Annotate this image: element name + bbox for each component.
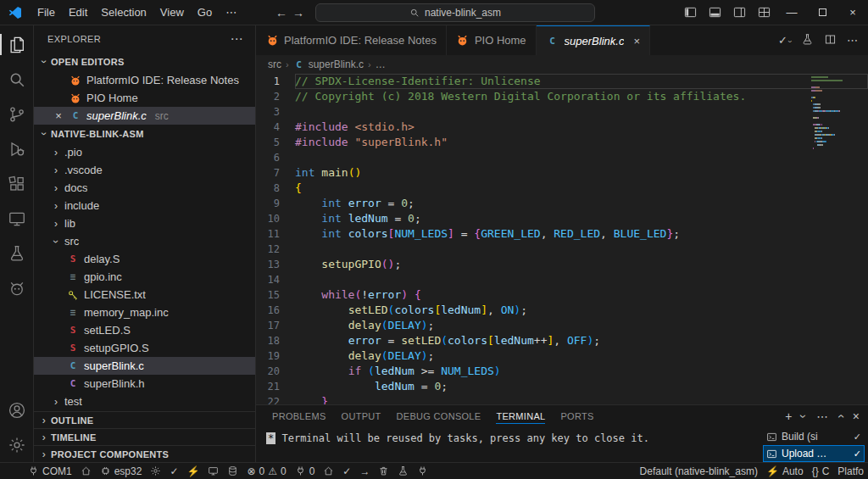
sidebar-more-icon[interactable]: ⋯	[231, 31, 243, 47]
tree-folder-test[interactable]: ›test	[34, 393, 255, 410]
tree-file-delay-s[interactable]: Sdelay.S	[34, 250, 255, 268]
code-line-19[interactable]: 19 delay(DELAY);	[256, 348, 868, 364]
activity-accounts[interactable]	[0, 393, 34, 427]
line-number[interactable]: 6	[256, 150, 295, 165]
code-line-4[interactable]: 4#include <stdio.h>	[256, 120, 868, 135]
code-line-6[interactable]: 6	[256, 150, 868, 165]
minimize-button[interactable]: —	[776, 0, 807, 25]
section-project-components[interactable]: ›PROJECT COMPONENTS	[34, 445, 255, 462]
panel-tab-debug-console[interactable]: DEBUG CONSOLE	[397, 405, 481, 426]
section-timeline[interactable]: ›TIMELINE	[34, 428, 255, 445]
status-flash-method[interactable]: ⚡Auto	[762, 463, 808, 479]
line-number[interactable]: 12	[256, 242, 295, 257]
close-editor-icon[interactable]: ×	[53, 109, 64, 122]
tree-folder-include[interactable]: ›include	[34, 197, 255, 214]
status-serial-monitor-count[interactable]: 0	[291, 463, 320, 479]
status-pio-upload[interactable]: →	[355, 463, 374, 479]
status-problems[interactable]: ⊗0⚠0	[242, 463, 290, 479]
run-tasks-button[interactable]: ✓›	[778, 34, 791, 47]
line-number[interactable]: 11	[256, 226, 295, 242]
tab-pio-home[interactable]: PIO Home	[447, 25, 537, 55]
menu-go[interactable]: Go	[191, 0, 219, 25]
line-number[interactable]: 5	[256, 135, 295, 150]
beaker-button[interactable]	[801, 33, 814, 48]
panel-more-button[interactable]: ⋯	[816, 409, 828, 423]
line-number[interactable]: 4	[256, 120, 295, 135]
status-esp-build[interactable]: ✓	[165, 463, 182, 479]
section-outline[interactable]: ›OUTLINE	[34, 411, 255, 428]
code-line-20[interactable]: 20 if (ledNum >= NUM_LEDS)	[256, 364, 868, 379]
activity-remote-explorer[interactable]	[0, 201, 34, 236]
activity-settings[interactable]	[0, 427, 34, 462]
line-number[interactable]: 9	[256, 196, 295, 211]
line-number[interactable]: 20	[256, 364, 295, 379]
menu-item[interactable]: ⋯	[219, 0, 243, 25]
line-number[interactable]: 18	[256, 333, 295, 348]
status-pio-build[interactable]: ✓	[338, 463, 355, 479]
maximize-panel-button[interactable]: ›	[838, 409, 843, 423]
task-upload[interactable]: Upload …✓	[763, 445, 865, 462]
breadcrumb-item-src[interactable]: src	[268, 58, 281, 70]
line-number[interactable]: 1	[256, 74, 295, 89]
split-editor-button[interactable]	[824, 33, 837, 48]
line-number[interactable]: 16	[256, 303, 295, 318]
menu-edit[interactable]: Edit	[62, 0, 94, 25]
line-number[interactable]: 10	[256, 211, 295, 226]
activity-extensions[interactable]	[0, 166, 34, 201]
activity-explorer[interactable]	[0, 27, 34, 62]
panel-tab-terminal[interactable]: TERMINAL	[496, 405, 545, 426]
code-line-13[interactable]: 13 setupGPIO();	[256, 257, 868, 272]
code-line-2[interactable]: 2// Copyright (c) 2018 Western Digital C…	[256, 89, 868, 104]
code-line-8[interactable]: 8{	[256, 181, 868, 196]
customize-layout[interactable]	[752, 0, 776, 25]
line-number[interactable]: 13	[256, 257, 295, 272]
tree-file-setled-s[interactable]: SsetLED.S	[34, 321, 255, 339]
code-line-14[interactable]: 14	[256, 272, 868, 287]
task-build-si[interactable]: Build (si✓	[763, 428, 865, 445]
line-number[interactable]: 2	[256, 89, 295, 104]
terminal-picker-button[interactable]: ›	[802, 409, 806, 423]
editor-more-button[interactable]: ⋯	[847, 34, 858, 47]
status-esp-monitor[interactable]	[203, 463, 223, 479]
activity-run-debug[interactable]	[0, 131, 34, 166]
status-serial-port[interactable]: COM1	[24, 463, 76, 479]
code-line-1[interactable]: 1// SPDX-License-Identifier: Unlicense	[256, 74, 868, 89]
code-line-5[interactable]: 5#include "superBlink.h"	[256, 135, 868, 150]
back-icon[interactable]: ←	[275, 6, 287, 19]
close-panel-button[interactable]: ×	[853, 409, 860, 423]
activity-platformio[interactable]	[0, 270, 34, 305]
tree-folder-vscode[interactable]: ›.vscode	[34, 161, 255, 179]
code-line-16[interactable]: 16 setLED(colors[ledNum], ON);	[256, 303, 868, 318]
status-language-mode[interactable]: {}C	[808, 463, 834, 479]
tree-folder-src[interactable]: ›src	[34, 232, 255, 250]
line-number[interactable]: 15	[256, 287, 295, 303]
code-line-7[interactable]: 7int main()	[256, 165, 868, 181]
maximize-button[interactable]	[807, 0, 837, 25]
status-pio-test[interactable]	[393, 463, 413, 479]
tree-file-memory-map-inc[interactable]: ≡memory_map.inc	[34, 304, 255, 321]
close-window-button[interactable]: ×	[837, 0, 868, 25]
status-platformio-status[interactable]: Platfo	[833, 463, 868, 479]
code-line-9[interactable]: 9 int error = 0;	[256, 196, 868, 211]
menu-file[interactable]: File	[31, 0, 62, 25]
activity-source-control[interactable]	[0, 97, 34, 131]
line-number[interactable]: 14	[256, 272, 295, 287]
toggle-panel[interactable]	[703, 0, 727, 25]
code-line-11[interactable]: 11 int colors[NUM_LEDS] = {GREEN_LED, RE…	[256, 226, 868, 242]
tree-file-superblink-h[interactable]: CsuperBlink.h	[34, 375, 255, 393]
line-number[interactable]: 7	[256, 165, 295, 181]
new-terminal-button[interactable]: +	[785, 409, 792, 423]
tree-folder-docs[interactable]: ›docs	[34, 179, 255, 197]
activity-testing[interactable]	[0, 236, 34, 270]
status-size-analysis[interactable]	[223, 463, 242, 479]
panel-tab-problems[interactable]: PROBLEMS	[272, 405, 326, 426]
open-editor-pio-home[interactable]: PIO Home	[34, 89, 255, 107]
toggle-secondary-sidebar[interactable]	[727, 0, 752, 25]
code-line-15[interactable]: 15 while(!error) {	[256, 287, 868, 303]
menu-selection[interactable]: Selection	[94, 0, 153, 25]
line-number[interactable]: 22	[256, 394, 295, 404]
project-header[interactable]: › NATIVE-BLINK-ASM	[34, 125, 255, 143]
status-pio-serial-monitor[interactable]	[413, 463, 432, 479]
tab-platformio-ide-release-notes[interactable]: PlatformIO IDE: Release Notes	[256, 25, 447, 55]
terminal-output[interactable]: * Terminal will be reused by tasks, pres…	[256, 426, 763, 462]
